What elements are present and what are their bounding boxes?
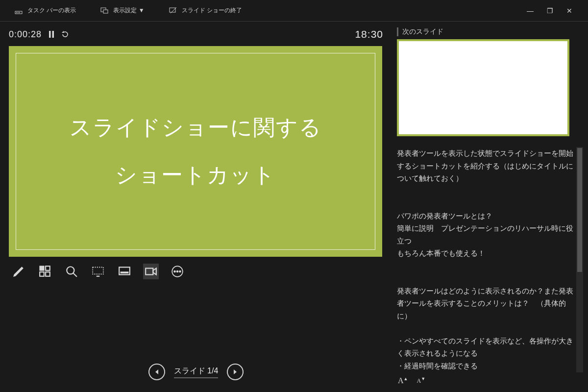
previous-slide-button[interactable]: [148, 364, 165, 380]
top-toolbar: タスク バーの表示 表示設定 ▼ スライド ショーの終了 — ❐ ✕: [0, 0, 588, 22]
next-slide-label: 次のスライド: [397, 27, 583, 36]
speaker-notes[interactable]: 発表者ツールを表示した状態でスライドショーを開始するショートカットを紹介する（は…: [397, 147, 576, 372]
pen-tool-button[interactable]: [11, 264, 26, 279]
main-area: 0:00:28 18:30 スライドショーに関する ショートカット: [0, 22, 588, 392]
svg-rect-5: [103, 10, 108, 13]
svg-point-1: [16, 12, 17, 13]
subtitle-button[interactable]: [117, 264, 132, 279]
svg-rect-9: [52, 31, 54, 38]
svg-rect-13: [46, 272, 50, 276]
current-slide[interactable]: スライドショーに関する ショートカット: [9, 46, 382, 257]
notes-line: 発表者ツールを表示した状態でスライドショーを開始するショートカットを紹介する（は…: [397, 147, 573, 185]
left-panel: 0:00:28 18:30 スライドショーに関する ショートカット: [0, 22, 392, 392]
minimize-button[interactable]: —: [526, 7, 534, 15]
next-slide-thumbnail[interactable]: [397, 39, 569, 136]
notes-line: ・経過時間を確認できる: [397, 360, 573, 372]
svg-point-2: [18, 12, 19, 13]
svg-point-23: [176, 270, 178, 272]
next-slide-button[interactable]: [227, 364, 244, 380]
svg-rect-12: [40, 272, 44, 276]
window-controls: — ❐ ✕: [526, 7, 573, 15]
increase-font-button[interactable]: A▲: [398, 376, 408, 385]
svg-point-14: [67, 267, 74, 274]
show-taskbar-button[interactable]: タスク バーの表示: [15, 6, 76, 15]
black-screen-button[interactable]: [90, 264, 106, 279]
svg-rect-19: [121, 272, 128, 273]
decrease-font-button[interactable]: A▼: [416, 376, 425, 385]
display-settings-label: 表示設定 ▼: [113, 6, 144, 15]
svg-rect-10: [40, 266, 44, 270]
notes-line: 発表者ツールはどのように表示されるのか？また発表者ツールを表示することのメリット…: [397, 285, 573, 322]
close-button[interactable]: ✕: [565, 7, 573, 15]
elapsed-time: 0:00:28: [9, 29, 42, 40]
show-taskbar-label: タスク バーの表示: [27, 6, 76, 15]
svg-point-22: [174, 270, 175, 272]
presenter-tools: [9, 257, 383, 286]
timer-row: 0:00:28 18:30: [9, 27, 383, 41]
display-settings-button[interactable]: 表示設定 ▼: [100, 6, 144, 15]
notes-line: ・ペンやすべてのスライドを表示など、各操作が大きく表示されるようになる: [397, 335, 573, 360]
svg-point-24: [179, 270, 181, 272]
camera-button[interactable]: [143, 264, 159, 279]
pause-button[interactable]: [49, 31, 54, 38]
end-slideshow-label: スライド ショーの終了: [182, 6, 242, 15]
svg-rect-18: [119, 267, 130, 274]
svg-rect-16: [93, 267, 103, 274]
font-size-controls: A▲ A▼: [397, 372, 583, 392]
end-slideshow-button[interactable]: スライド ショーの終了: [169, 6, 242, 15]
svg-rect-20: [146, 269, 153, 275]
notes-area: 発表者ツールを表示した状態でスライドショーを開始するショートカットを紹介する（は…: [397, 147, 583, 372]
taskbar-icon: [15, 7, 23, 15]
restart-timer-button[interactable]: [61, 30, 69, 38]
notes-line: パワポの発表者ツールとは？: [397, 210, 573, 222]
notes-line: もちろん本番でも使える！: [397, 247, 573, 260]
notes-line: 簡単に説明 プレゼンテーションのリハーサル時に役立つ: [397, 222, 573, 247]
right-panel: 次のスライド 発表者ツールを表示した状態でスライドショーを開始するショートカット…: [392, 22, 588, 392]
svg-point-3: [19, 12, 20, 13]
slide-navigation: スライド 1/4: [9, 364, 383, 392]
notes-scrollbar[interactable]: [576, 147, 583, 372]
scrollbar-thumb[interactable]: [577, 148, 582, 272]
slide-inner-border: [16, 53, 375, 250]
slide-counter[interactable]: スライド 1/4: [174, 366, 219, 378]
restore-button[interactable]: ❐: [546, 7, 554, 15]
current-time: 18:30: [355, 28, 383, 40]
more-options-button[interactable]: [170, 264, 185, 279]
end-slideshow-icon: [169, 7, 177, 15]
svg-line-15: [73, 273, 77, 277]
display-settings-icon: [100, 7, 108, 15]
svg-rect-11: [46, 266, 50, 270]
see-all-slides-button[interactable]: [37, 264, 53, 279]
svg-rect-8: [49, 31, 51, 38]
zoom-button[interactable]: [64, 264, 79, 279]
